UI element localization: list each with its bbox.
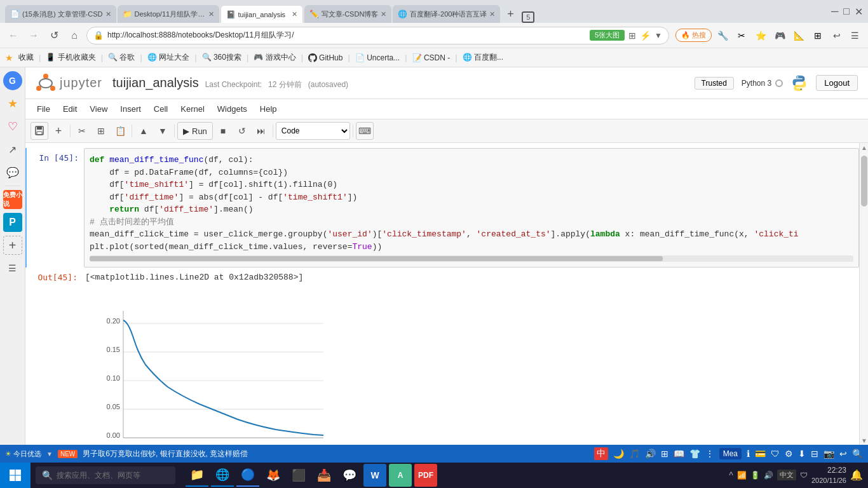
right-scroll-up-arrow[interactable]: ▲: [860, 143, 868, 152]
sidebar-icon-book[interactable]: 免费小说: [3, 190, 22, 209]
tab-4-close[interactable]: ✕: [381, 10, 386, 18]
home-btn[interactable]: ⌂: [66, 27, 83, 44]
logout-btn[interactable]: Logout: [816, 75, 858, 91]
tray-icon-battery[interactable]: 🔋: [750, 471, 760, 480]
menu-file[interactable]: File: [31, 102, 57, 116]
clock[interactable]: 22:23 2020/11/26: [811, 466, 846, 485]
extension-4-btn[interactable]: 🎮: [771, 27, 788, 44]
mobile-bookmarks[interactable]: 📱 手机收藏夹: [46, 52, 95, 63]
sidebar-icon-1[interactable]: G: [3, 71, 22, 90]
tray-icon-sound[interactable]: 🔊: [764, 471, 773, 480]
tray-icon-1[interactable]: ^: [729, 470, 733, 480]
extension-2-btn[interactable]: ✂: [733, 27, 750, 44]
dots-menu[interactable]: ⋮: [705, 449, 714, 459]
notification-btn[interactable]: 🔔: [850, 469, 863, 481]
taskbar-icon-edge[interactable]: 🌐: [211, 464, 234, 487]
extension-3-btn[interactable]: ⭐: [752, 27, 769, 44]
move-up-btn[interactable]: ▲: [135, 122, 153, 140]
tab-1-close[interactable]: ✕: [105, 10, 111, 18]
taskbar-icon-firefox[interactable]: 🦊: [262, 464, 285, 487]
tab-5-close[interactable]: ✕: [489, 10, 495, 18]
fastforward-btn[interactable]: ⏭: [252, 122, 270, 140]
screenshot-icon[interactable]: 📷: [824, 449, 834, 459]
sidebar-icon-heart[interactable]: ♡: [3, 117, 22, 136]
trusted-btn[interactable]: Trusted: [695, 77, 734, 90]
sidebar-icon-chat[interactable]: 💬: [3, 163, 22, 182]
speaker-icon[interactable]: 🔊: [645, 449, 656, 459]
credit-icon[interactable]: 💳: [755, 449, 766, 459]
shirt-icon[interactable]: 👕: [689, 449, 700, 459]
back-icon-bar[interactable]: ↩: [839, 449, 847, 459]
taskbar-icon-download[interactable]: 📥: [313, 464, 336, 487]
back-forward-refresh[interactable]: ↩ ☰: [829, 27, 863, 44]
shield-icon[interactable]: 🛡: [771, 449, 780, 459]
bm-360[interactable]: 🔍 360搜索: [202, 52, 241, 63]
paste-btn[interactable]: 📋: [111, 122, 129, 140]
minimize-btn[interactable]: ─: [831, 6, 838, 17]
extension-1-btn[interactable]: 🔧: [714, 27, 731, 44]
right-scroll-thumb[interactable]: [861, 156, 867, 207]
notebook-scroll-area[interactable]: In [45]: def mean_diff_time_func(df, col…: [25, 143, 859, 445]
sidebar-add-btn[interactable]: +: [3, 236, 22, 255]
tab-5[interactable]: 🌐 百度翻译-200种语言互译 ✕: [393, 5, 500, 23]
tray-icon-security[interactable]: 🛡: [800, 471, 808, 480]
tray-icon-network[interactable]: 📶: [737, 471, 747, 480]
address-bar[interactable]: 🔒 http://localhost:8888/notebooks/Deskto…: [86, 27, 669, 44]
bm-games[interactable]: 🎮 游戏中心: [254, 52, 295, 63]
bm-csdn[interactable]: 📝 CSDN -: [412, 53, 451, 62]
menu-widgets[interactable]: Widgets: [211, 102, 254, 116]
search-input-task[interactable]: [57, 471, 158, 480]
add-cell-btn[interactable]: +: [50, 122, 67, 140]
tab-2-close[interactable]: ✕: [208, 10, 214, 18]
bm-urls[interactable]: 🌐 网址大全: [147, 52, 189, 63]
book-icon[interactable]: 📖: [674, 449, 684, 459]
move-down-btn[interactable]: ▼: [154, 122, 172, 140]
taskbar-icon-pdf[interactable]: PDF: [414, 464, 437, 487]
taskbar-search[interactable]: 🔍: [36, 466, 175, 484]
search-icon-bar[interactable]: 🔍: [852, 449, 863, 459]
taskbar-icon-chrome[interactable]: 🔵: [236, 464, 259, 487]
forward-btn[interactable]: →: [25, 27, 42, 44]
back-btn[interactable]: ←: [5, 27, 22, 44]
run-btn[interactable]: ▶ Run: [177, 122, 213, 140]
right-scroll-down-arrow[interactable]: ▼: [860, 436, 868, 445]
sidebar-icon-share[interactable]: ↗: [3, 140, 22, 159]
new-tab-btn[interactable]: +: [501, 5, 519, 23]
chevron-down-icon[interactable]: ▼: [654, 31, 662, 40]
menu-cell[interactable]: Cell: [147, 102, 174, 116]
stop-btn[interactable]: ■: [214, 122, 232, 140]
sidebar-icon-p[interactable]: P: [3, 213, 22, 232]
notebook-name[interactable]: tuijian_analysis: [112, 76, 199, 90]
save-btn[interactable]: [31, 122, 48, 140]
bm-google[interactable]: 🔍 谷歌: [108, 52, 135, 63]
reload-btn[interactable]: ↺: [46, 27, 62, 44]
tab-1[interactable]: 📄 (15条消息) 文章管理-CSD ✕: [5, 5, 116, 23]
restart-btn[interactable]: ↺: [233, 122, 251, 140]
grid-icon-bar[interactable]: ⊞: [661, 449, 668, 459]
close-btn[interactable]: ✕: [855, 6, 863, 18]
bookmark-favorites[interactable]: 收藏: [18, 52, 34, 63]
music-icon[interactable]: 🎵: [629, 449, 640, 459]
chevron-down-icon-bar[interactable]: ▼: [46, 451, 53, 458]
tab-3-close[interactable]: ✕: [292, 10, 297, 18]
info-icon[interactable]: ℹ: [747, 449, 750, 459]
menu-insert[interactable]: Insert: [114, 102, 147, 116]
tab-4[interactable]: ✏️ 写文章-CSDN博客 ✕: [304, 5, 392, 23]
bm-uncerta[interactable]: 📄 Uncerta...: [355, 53, 400, 62]
hot-search-btn[interactable]: 🔥热搜: [675, 29, 712, 42]
cell-code-area-45[interactable]: def mean_diff_time_func(df, col): df = p…: [84, 148, 859, 268]
grid2-icon[interactable]: ⊟: [811, 449, 818, 459]
taskbar-icon-file[interactable]: 📁: [186, 464, 208, 487]
sidebar-list-btn[interactable]: ☰: [3, 259, 22, 278]
start-btn[interactable]: [0, 463, 31, 488]
cell-type-select[interactable]: Code Markdown Raw NBConvert: [276, 122, 350, 140]
download-icon[interactable]: ⬇: [798, 449, 806, 459]
taskbar-icon-word[interactable]: W: [363, 464, 386, 487]
taskbar-icon-terminal[interactable]: ⬛: [287, 464, 310, 487]
chinese-icon[interactable]: 中: [594, 447, 608, 460]
bm-github[interactable]: GitHub: [308, 53, 342, 62]
progress-btn[interactable]: 5张大图: [590, 30, 625, 41]
settings-icon[interactable]: ⚙: [785, 449, 793, 459]
copy-btn[interactable]: ⊞: [92, 122, 110, 140]
keyboard-btn[interactable]: ⌨: [356, 122, 374, 140]
